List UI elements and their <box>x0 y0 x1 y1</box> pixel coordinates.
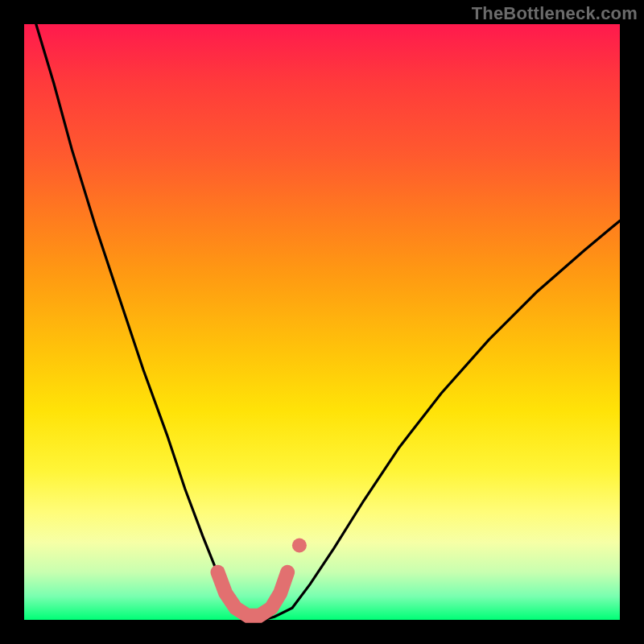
plot-area <box>24 24 620 620</box>
marker-band <box>218 572 288 616</box>
chart-stage: TheBottleneck.com <box>0 0 644 644</box>
extra-marker-dot <box>292 539 307 553</box>
bottleneck-curve <box>36 24 620 620</box>
watermark-text: TheBottleneck.com <box>472 3 638 24</box>
highlight-markers <box>218 572 288 616</box>
curve-layer <box>24 24 620 620</box>
